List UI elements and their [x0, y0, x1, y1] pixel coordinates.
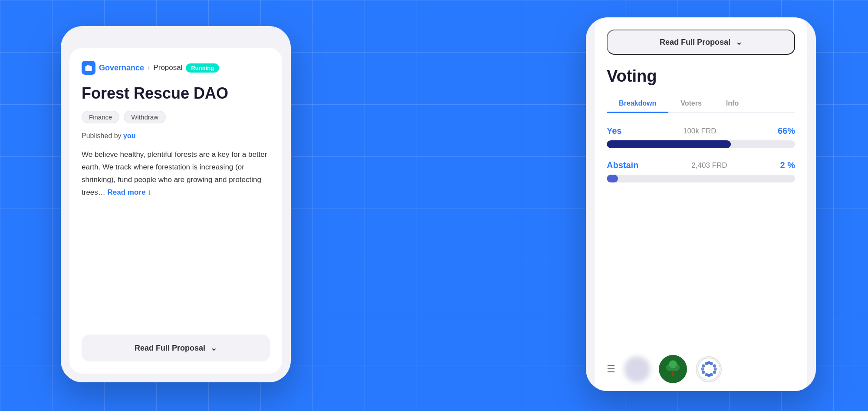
tags-container: Finance Withdraw [82, 111, 270, 123]
tab-voters[interactable]: Voters [668, 95, 714, 113]
briefcase-svg [85, 64, 92, 72]
breadcrumb-proposal: Proposal [153, 63, 182, 72]
dots-svg [697, 357, 721, 381]
svg-point-15 [713, 371, 716, 374]
vote-abstain-header: Abstain 2,403 FRD 2 % [607, 160, 795, 170]
svg-point-18 [707, 374, 710, 377]
proposal-description: We believe healthy, plentiful forests ar… [82, 149, 270, 199]
vote-yes-label: Yes [607, 126, 621, 136]
tree-svg [661, 357, 685, 381]
chevron-down-icon: ⌄ [210, 343, 217, 353]
tag-finance: Finance [82, 111, 119, 123]
breadcrumb-arrow: › [148, 64, 150, 72]
published-by: Published by you [82, 132, 270, 140]
avatar-dots [696, 356, 722, 382]
governance-icon [82, 61, 95, 75]
left-phone: Governance › Proposal Running Forest Res… [61, 26, 291, 382]
svg-point-4 [669, 360, 677, 368]
read-full-top-label: Read Full Proposal [660, 38, 730, 47]
read-full-top-button[interactable]: Read Full Proposal ⌄ [607, 30, 795, 55]
read-full-proposal-button[interactable]: Read Full Proposal ⌄ [82, 335, 270, 361]
vote-yes-header: Yes 100k FRD 66% [607, 126, 795, 136]
vote-yes-percent: 66% [778, 126, 795, 136]
svg-rect-5 [672, 371, 674, 376]
left-phone-inner: Governance › Proposal Running Forest Res… [69, 48, 282, 374]
vote-abstain-bar-fill [607, 175, 618, 182]
vote-yes-amount: 100k FRD [683, 127, 717, 136]
voting-title: Voting [607, 67, 795, 86]
svg-point-13 [713, 368, 717, 371]
vote-abstain-amount: 2,403 FRD [691, 161, 727, 170]
vote-yes: Yes 100k FRD 66% [607, 126, 795, 148]
bottom-nav: ☰ [595, 347, 807, 391]
read-more-link[interactable]: Read more ↓ [108, 188, 151, 196]
right-phone: Read Full Proposal ⌄ Voting Breakdown Vo… [586, 17, 816, 391]
vote-abstain-percent: 2 % [780, 160, 795, 170]
vote-yes-bar-fill [607, 140, 731, 148]
vote-yes-bar-track [607, 140, 795, 148]
tab-breakdown[interactable]: Breakdown [607, 95, 668, 113]
tab-info[interactable]: Info [714, 95, 751, 113]
phone-notch [143, 26, 208, 38]
tag-withdraw: Withdraw [124, 111, 166, 123]
svg-point-7 [702, 365, 705, 368]
voting-section: Voting Breakdown Voters Info Yes 100k FR… [595, 55, 807, 182]
top-btn-area: Read Full Proposal ⌄ [595, 17, 807, 55]
status-badge: Running [186, 63, 219, 73]
vote-abstain: Abstain 2,403 FRD 2 % [607, 160, 795, 182]
hamburger-icon[interactable]: ☰ [607, 364, 615, 375]
published-by-author: you [123, 132, 135, 139]
svg-point-14 [702, 371, 705, 374]
vote-abstain-label: Abstain [607, 160, 638, 170]
governance-label: Governance [99, 63, 144, 73]
published-by-label: Published by [82, 132, 122, 139]
right-phone-inner: Read Full Proposal ⌄ Voting Breakdown Vo… [595, 17, 807, 391]
top-chevron-down-icon: ⌄ [736, 37, 742, 47]
vote-abstain-bar-track [607, 175, 795, 182]
voting-tabs: Breakdown Voters Info [607, 95, 795, 113]
breadcrumb: Governance › Proposal Running [82, 61, 270, 75]
svg-point-12 [701, 368, 704, 371]
svg-point-10 [710, 362, 713, 365]
read-full-proposal-label: Read Full Proposal [135, 344, 205, 353]
avatar-blur [624, 356, 650, 382]
avatar-tree [659, 355, 687, 383]
svg-point-11 [713, 365, 716, 368]
proposal-title: Forest Rescue DAO [82, 84, 270, 102]
